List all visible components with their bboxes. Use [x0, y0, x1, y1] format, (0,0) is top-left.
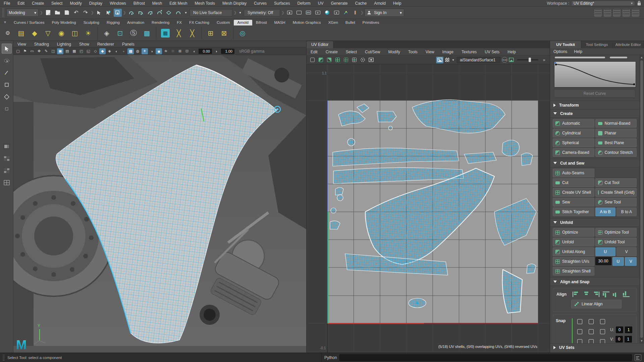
planar-projection-button[interactable]: Planar — [595, 129, 637, 137]
vp-menu-lighting[interactable]: Lighting — [53, 41, 75, 48]
scale-tool-icon[interactable] — [2, 104, 12, 114]
vp-menu-panels[interactable]: Panels — [118, 41, 139, 48]
straighten-angle-field[interactable]: 30.00 — [595, 257, 611, 265]
snap-to-projected-center-button[interactable] — [155, 9, 163, 17]
snap-v-min-field[interactable]: 0 — [615, 336, 623, 343]
cylindrical-projection-button[interactable]: Cylindrical — [553, 129, 594, 137]
tab-tool-settings[interactable]: Tool Settings — [581, 41, 612, 48]
menu-select[interactable]: Select — [48, 0, 66, 7]
shelf-tab-animation[interactable]: Animation — [123, 20, 148, 25]
snap-top-center-checkbox[interactable] — [589, 319, 594, 324]
menu-deform[interactable]: Deform — [293, 0, 314, 7]
snap-top-left-checkbox[interactable] — [577, 319, 582, 324]
toolbar-separator[interactable]: ❯ — [234, 9, 236, 17]
align-left-icon[interactable] — [573, 292, 579, 297]
spherical-projection-button[interactable]: Spherical — [553, 138, 594, 147]
flip-u-icon[interactable] — [317, 57, 324, 63]
snap-u-min-field[interactable]: 0 — [616, 326, 623, 333]
select-tool-icon[interactable] — [2, 44, 12, 54]
menu-set-dropdown[interactable]: Modeling ▾ — [6, 9, 39, 17]
vp-menu-show[interactable]: Show — [75, 41, 93, 48]
checker-map-toggle[interactable] — [443, 57, 451, 63]
quick-layout-four-icon[interactable] — [2, 166, 12, 176]
toolbar-separator[interactable]: ❯ — [91, 9, 94, 17]
render-settings-button[interactable]: ⚙ — [314, 9, 322, 17]
make-live-button[interactable] — [174, 9, 182, 17]
uv-menu-select[interactable]: Select — [342, 49, 361, 55]
dim-image-slider[interactable] — [517, 59, 538, 60]
scroll-up-icon[interactable]: ▲ — [640, 55, 643, 60]
two-d-pan-zoom-icon[interactable]: ✥ — [36, 48, 42, 54]
smooth-shade-icon[interactable]: ◆ — [99, 48, 106, 54]
isolate-select-icon[interactable] — [2, 141, 12, 152]
soft-selection-bar-short[interactable] — [610, 57, 627, 58]
resolution-gate-icon[interactable]: ▣ — [57, 48, 63, 54]
undo-button[interactable]: ↶ — [72, 9, 80, 17]
grease-pencil-icon[interactable]: ✎ — [43, 48, 49, 54]
safe-action-icon[interactable]: ◰ — [78, 48, 85, 54]
anti-aliasing-icon[interactable]: ∷ — [170, 48, 176, 54]
chevron-down-icon[interactable]: ▾ — [183, 9, 188, 17]
automatic-projection-button[interactable]: Automatic — [553, 119, 594, 128]
snap-to-view-plane-button[interactable] — [165, 9, 173, 17]
tx-manager-icon[interactable]: ╳ — [173, 27, 184, 39]
menu-mesh-tools[interactable]: Mesh Tools — [191, 0, 219, 7]
area-light-icon[interactable]: ▤ — [15, 27, 27, 39]
menu-create[interactable]: Create — [28, 0, 48, 7]
quick-layout-single-icon[interactable] — [2, 154, 12, 164]
aov-browser-icon[interactable]: ⊠ — [218, 27, 230, 39]
command-language-label[interactable]: Python — [324, 355, 337, 360]
toolkit-scrollbar[interactable]: ▲ ▼ — [639, 55, 644, 343]
uv-menu-edit[interactable]: Edit — [307, 49, 322, 55]
open-scene-button[interactable] — [53, 9, 61, 17]
select-component-button[interactable] — [114, 9, 122, 17]
section-transform[interactable]: Transform — [550, 101, 639, 109]
create-shell-grid-button[interactable]: Create Shell (Grid) — [595, 188, 637, 197]
section-cut-and-sew[interactable]: Cut and Sew — [550, 159, 639, 167]
symmetry-field[interactable]: Symmetry: Off — [244, 9, 280, 16]
select-hierarchy-button[interactable] — [95, 9, 103, 17]
snap-to-curve-button[interactable] — [137, 9, 145, 17]
sign-in-dropdown[interactable]: Sign In ▾ — [365, 9, 404, 17]
save-scene-button[interactable] — [63, 9, 71, 17]
uv-menu-uv-sets[interactable]: UV Sets — [481, 49, 503, 55]
section-unfold[interactable]: Unfold — [550, 218, 639, 227]
xray-icon[interactable]: ⊞ — [177, 48, 183, 54]
uv-menu-cut-sew[interactable]: Cut/Sew — [361, 49, 384, 55]
menu-curves[interactable]: Curves — [250, 0, 270, 7]
align-center-u-icon[interactable] — [583, 292, 589, 297]
best-plane-projection-button[interactable]: Best Plane — [595, 138, 637, 147]
shelf-tab-rendering[interactable]: Rendering — [148, 20, 173, 25]
live-surface-field[interactable]: No Live Surface — [190, 9, 232, 16]
menu-uv[interactable]: UV — [314, 0, 327, 7]
flat-shade-icon[interactable]: ◐ — [113, 48, 120, 54]
toolkit-menu-help[interactable]: Help — [571, 49, 586, 54]
uv-menu-tools[interactable]: Tools — [404, 49, 422, 55]
toolbar-separator[interactable]: ❯ — [361, 9, 363, 17]
textured-icon[interactable]: ▩ — [127, 48, 134, 54]
shelf-menu-icon[interactable]: ▾ — [0, 19, 10, 25]
toolbar-separator[interactable]: ❯ — [40, 9, 43, 17]
uv-shell-mode-icon[interactable] — [309, 57, 316, 63]
exposure-icon[interactable]: ◖ — [191, 48, 197, 54]
standin-create-icon[interactable]: ◈ — [101, 27, 112, 39]
snap-top-right-checkbox[interactable] — [600, 319, 605, 324]
chevron-down-icon[interactable]: ▾ — [238, 9, 243, 17]
section-uv-sets[interactable]: UV Sets — [550, 343, 644, 352]
use-default-material-icon[interactable]: ◍ — [135, 48, 141, 54]
exposure-field[interactable]: 0.00 — [199, 49, 212, 54]
create-uv-shell-button[interactable]: Create UV Shell — [553, 188, 594, 197]
select-object-button[interactable] — [104, 9, 112, 17]
standin-export-icon[interactable]: ⊡ — [114, 27, 126, 39]
lasso-tool-icon[interactable] — [2, 56, 12, 66]
stitch-b-to-a-button[interactable]: B to A — [616, 207, 637, 216]
align-right-icon[interactable] — [593, 292, 599, 297]
reset-curve-button[interactable]: Reset Curve — [554, 89, 635, 98]
uv-layout-icon[interactable] — [334, 57, 341, 63]
grid-toggle-icon[interactable] — [351, 57, 358, 63]
image-display-toggle[interactable] — [436, 57, 443, 63]
gear-icon[interactable]: ⚙ — [2, 27, 13, 39]
wireframe-on-shaded-icon[interactable]: ◈ — [106, 48, 113, 54]
auto-seams-button[interactable]: Auto-Seams — [553, 169, 594, 177]
shelf-tab-motion-graphics[interactable]: Motion Graphics — [289, 20, 325, 25]
